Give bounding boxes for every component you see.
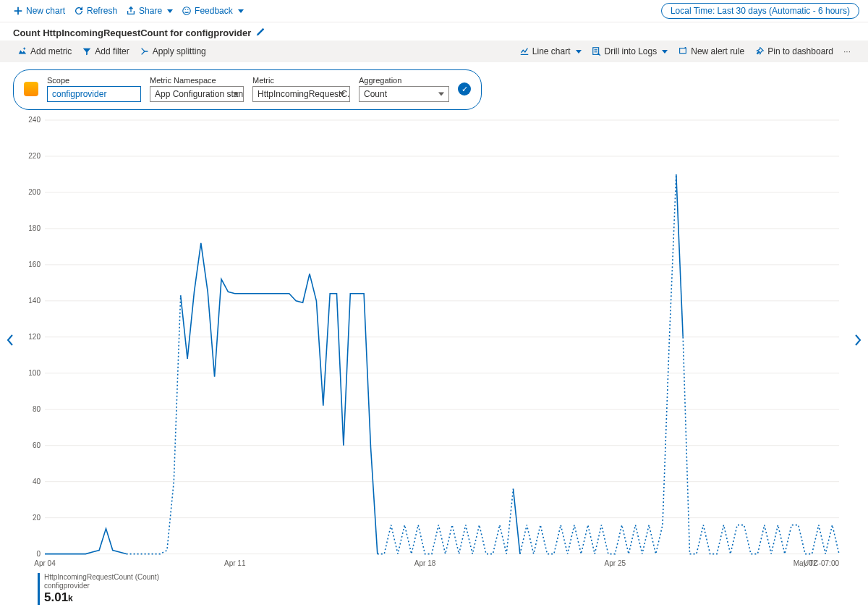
chart-area: 020406080100120140160180200220240Apr 04A… [0, 113, 868, 570]
apply-splitting-button[interactable]: Apply splitting [135, 43, 210, 59]
feedback-label: Feedback [195, 6, 233, 16]
svg-text:Apr 04: Apr 04 [34, 559, 56, 567]
legend-resource-name: configprovider [44, 582, 846, 590]
share-label: Share [139, 6, 162, 16]
metric-label: Metric [252, 76, 350, 85]
refresh-icon [74, 6, 84, 16]
add-filter-label: Add filter [95, 46, 129, 56]
more-actions-button[interactable]: ··· [839, 43, 855, 59]
filter-icon [82, 46, 92, 56]
chevron-right-icon [854, 334, 862, 347]
feedback-icon [182, 6, 192, 16]
new-alert-button[interactable]: New alert rule [673, 43, 749, 59]
namespace-select[interactable]: App Configuration stan... [150, 86, 244, 102]
legend-entry[interactable]: HttpIncomingRequestCount (Count) configp… [38, 573, 846, 605]
new-chart-button[interactable]: New chart [9, 3, 69, 19]
svg-text:220: 220 [28, 152, 41, 160]
add-metric-label: Add metric [30, 46, 72, 56]
line-chart[interactable]: 020406080100120140160180200220240Apr 04A… [22, 113, 846, 570]
svg-point-0 [183, 7, 191, 15]
pin-dashboard-button[interactable]: Pin to dashboard [750, 43, 838, 59]
svg-text:80: 80 [33, 405, 41, 413]
apply-splitting-label: Apply splitting [153, 46, 206, 56]
chart-type-label: Line chart [532, 46, 571, 56]
drill-logs-label: Drill into Logs [605, 46, 658, 56]
alert-icon [678, 46, 688, 56]
refresh-label: Refresh [87, 6, 117, 16]
time-range-pill[interactable]: Local Time: Last 30 days (Automatic - 6 … [661, 3, 859, 19]
add-filter-button[interactable]: Add filter [77, 43, 133, 59]
svg-text:40: 40 [33, 478, 41, 485]
pin-icon [754, 46, 765, 56]
svg-text:120: 120 [28, 333, 41, 341]
svg-text:160: 160 [28, 260, 41, 268]
share-button[interactable]: Share [122, 3, 177, 19]
svg-text:Apr 11: Apr 11 [224, 559, 246, 567]
metric-pill: Scope configprovider Metric Namespace Ap… [13, 69, 482, 110]
metric-sparkle-icon [17, 46, 27, 56]
svg-text:Apr 25: Apr 25 [605, 559, 626, 567]
share-icon [126, 6, 136, 16]
chevron-left-icon [6, 334, 14, 347]
new-alert-label: New alert rule [691, 46, 744, 56]
metric-select[interactable]: HttpIncomingRequestC... [252, 86, 350, 102]
scope-label: Scope [47, 76, 141, 85]
logs-icon [592, 46, 602, 56]
svg-text:20: 20 [33, 514, 41, 522]
top-toolbar: New chart Refresh Share Feedback Local T… [0, 0, 868, 22]
svg-point-1 [185, 9, 186, 10]
legend-metric-name: HttpIncomingRequestCount (Count) [44, 573, 846, 582]
drill-logs-button[interactable]: Drill into Logs [587, 43, 673, 59]
svg-text:60: 60 [33, 441, 41, 449]
metric-pill-row: Scope configprovider Metric Namespace Ap… [0, 62, 868, 113]
namespace-label: Metric Namespace [150, 76, 244, 85]
svg-text:UTC-07:00: UTC-07:00 [804, 559, 839, 567]
svg-text:Apr 18: Apr 18 [414, 559, 436, 567]
aggregation-select[interactable]: Count [359, 86, 449, 102]
svg-text:180: 180 [28, 224, 41, 232]
svg-text:200: 200 [28, 188, 41, 196]
chart-title-row: Count HttpIncomingRequestCount for confi… [0, 22, 868, 41]
pin-dashboard-label: Pin to dashboard [767, 46, 833, 56]
confirm-metric-button[interactable]: ✓ [458, 82, 471, 96]
plus-icon [13, 6, 23, 16]
add-metric-button[interactable]: Add metric [13, 43, 76, 59]
aggregation-label: Aggregation [359, 76, 449, 85]
legend: HttpIncomingRequestCount (Count) configp… [0, 570, 868, 615]
svg-text:240: 240 [28, 116, 41, 124]
resource-icon [24, 82, 38, 96]
svg-point-2 [187, 9, 188, 10]
next-chart-button[interactable] [849, 329, 867, 354]
chart-type-button[interactable]: Line chart [515, 43, 586, 59]
edit-title-button[interactable] [255, 27, 265, 39]
chart-action-bar: Add metric Add filter Apply splitting Li… [0, 41, 868, 62]
feedback-button[interactable]: Feedback [177, 3, 248, 19]
scope-input[interactable]: configprovider [47, 86, 141, 102]
svg-text:140: 140 [28, 297, 41, 305]
prev-chart-button[interactable] [1, 329, 19, 354]
splitting-icon [140, 46, 150, 56]
new-chart-label: New chart [26, 6, 65, 16]
refresh-button[interactable]: Refresh [69, 3, 122, 19]
pencil-icon [255, 27, 265, 37]
svg-rect-4 [680, 48, 686, 54]
svg-text:0: 0 [36, 550, 41, 558]
line-chart-icon [519, 46, 529, 56]
chart-title: Count HttpIncomingRequestCount for confi… [13, 27, 251, 38]
legend-total: 5.01k [44, 590, 846, 605]
svg-text:100: 100 [28, 369, 41, 377]
